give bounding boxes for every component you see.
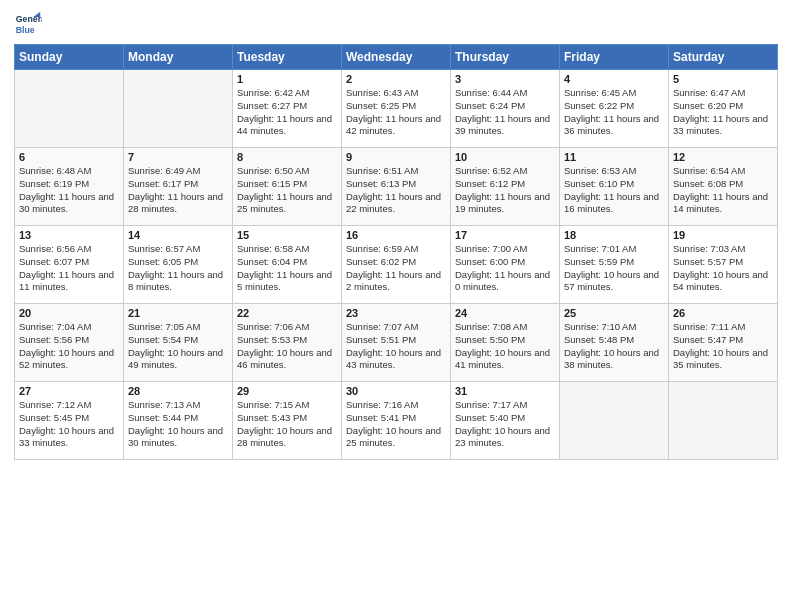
day-number: 10 (455, 151, 555, 163)
cal-cell: 22Sunrise: 7:06 AMSunset: 5:53 PMDayligh… (233, 304, 342, 382)
weekday-header-tuesday: Tuesday (233, 45, 342, 70)
cell-details: Sunrise: 7:17 AMSunset: 5:40 PMDaylight:… (455, 399, 555, 450)
weekday-header-saturday: Saturday (669, 45, 778, 70)
day-number: 18 (564, 229, 664, 241)
cal-cell: 8Sunrise: 6:50 AMSunset: 6:15 PMDaylight… (233, 148, 342, 226)
day-number: 31 (455, 385, 555, 397)
cal-cell: 5Sunrise: 6:47 AMSunset: 6:20 PMDaylight… (669, 70, 778, 148)
day-number: 22 (237, 307, 337, 319)
day-number: 26 (673, 307, 773, 319)
cell-details: Sunrise: 6:58 AMSunset: 6:04 PMDaylight:… (237, 243, 337, 294)
day-number: 15 (237, 229, 337, 241)
cal-cell: 21Sunrise: 7:05 AMSunset: 5:54 PMDayligh… (124, 304, 233, 382)
day-number: 16 (346, 229, 446, 241)
day-number: 28 (128, 385, 228, 397)
cal-cell: 16Sunrise: 6:59 AMSunset: 6:02 PMDayligh… (342, 226, 451, 304)
cal-cell: 20Sunrise: 7:04 AMSunset: 5:56 PMDayligh… (15, 304, 124, 382)
day-number: 30 (346, 385, 446, 397)
cell-details: Sunrise: 7:16 AMSunset: 5:41 PMDaylight:… (346, 399, 446, 450)
cal-cell: 10Sunrise: 6:52 AMSunset: 6:12 PMDayligh… (451, 148, 560, 226)
cal-cell: 7Sunrise: 6:49 AMSunset: 6:17 PMDaylight… (124, 148, 233, 226)
day-number: 12 (673, 151, 773, 163)
day-number: 19 (673, 229, 773, 241)
day-number: 4 (564, 73, 664, 85)
week-row-1: 1Sunrise: 6:42 AMSunset: 6:27 PMDaylight… (15, 70, 778, 148)
logo-icon: General Blue (14, 10, 42, 38)
cal-cell: 23Sunrise: 7:07 AMSunset: 5:51 PMDayligh… (342, 304, 451, 382)
calendar-table: SundayMondayTuesdayWednesdayThursdayFrid… (14, 44, 778, 460)
day-number: 7 (128, 151, 228, 163)
svg-text:Blue: Blue (16, 25, 35, 35)
cell-details: Sunrise: 7:06 AMSunset: 5:53 PMDaylight:… (237, 321, 337, 372)
cell-details: Sunrise: 7:12 AMSunset: 5:45 PMDaylight:… (19, 399, 119, 450)
week-row-5: 27Sunrise: 7:12 AMSunset: 5:45 PMDayligh… (15, 382, 778, 460)
weekday-header-monday: Monday (124, 45, 233, 70)
week-row-2: 6Sunrise: 6:48 AMSunset: 6:19 PMDaylight… (15, 148, 778, 226)
cell-details: Sunrise: 6:44 AMSunset: 6:24 PMDaylight:… (455, 87, 555, 138)
cell-details: Sunrise: 6:42 AMSunset: 6:27 PMDaylight:… (237, 87, 337, 138)
day-number: 9 (346, 151, 446, 163)
cal-cell (560, 382, 669, 460)
cell-details: Sunrise: 7:07 AMSunset: 5:51 PMDaylight:… (346, 321, 446, 372)
cell-details: Sunrise: 7:11 AMSunset: 5:47 PMDaylight:… (673, 321, 773, 372)
cal-cell: 1Sunrise: 6:42 AMSunset: 6:27 PMDaylight… (233, 70, 342, 148)
day-number: 8 (237, 151, 337, 163)
day-number: 1 (237, 73, 337, 85)
cal-cell (669, 382, 778, 460)
cell-details: Sunrise: 6:47 AMSunset: 6:20 PMDaylight:… (673, 87, 773, 138)
day-number: 21 (128, 307, 228, 319)
cal-cell: 6Sunrise: 6:48 AMSunset: 6:19 PMDaylight… (15, 148, 124, 226)
cell-details: Sunrise: 6:53 AMSunset: 6:10 PMDaylight:… (564, 165, 664, 216)
cal-cell: 29Sunrise: 7:15 AMSunset: 5:43 PMDayligh… (233, 382, 342, 460)
cell-details: Sunrise: 7:01 AMSunset: 5:59 PMDaylight:… (564, 243, 664, 294)
cell-details: Sunrise: 6:57 AMSunset: 6:05 PMDaylight:… (128, 243, 228, 294)
weekday-header-friday: Friday (560, 45, 669, 70)
cal-cell: 24Sunrise: 7:08 AMSunset: 5:50 PMDayligh… (451, 304, 560, 382)
cell-details: Sunrise: 6:59 AMSunset: 6:02 PMDaylight:… (346, 243, 446, 294)
cell-details: Sunrise: 7:10 AMSunset: 5:48 PMDaylight:… (564, 321, 664, 372)
day-number: 20 (19, 307, 119, 319)
cal-cell: 27Sunrise: 7:12 AMSunset: 5:45 PMDayligh… (15, 382, 124, 460)
cal-cell: 4Sunrise: 6:45 AMSunset: 6:22 PMDaylight… (560, 70, 669, 148)
cal-cell: 30Sunrise: 7:16 AMSunset: 5:41 PMDayligh… (342, 382, 451, 460)
cal-cell (15, 70, 124, 148)
cal-cell: 12Sunrise: 6:54 AMSunset: 6:08 PMDayligh… (669, 148, 778, 226)
cell-details: Sunrise: 6:56 AMSunset: 6:07 PMDaylight:… (19, 243, 119, 294)
cell-details: Sunrise: 6:51 AMSunset: 6:13 PMDaylight:… (346, 165, 446, 216)
day-number: 13 (19, 229, 119, 241)
cal-cell: 26Sunrise: 7:11 AMSunset: 5:47 PMDayligh… (669, 304, 778, 382)
day-number: 14 (128, 229, 228, 241)
logo: General Blue (14, 10, 46, 38)
page-container: General Blue SundayMondayTuesdayWednesda… (0, 0, 792, 470)
day-number: 17 (455, 229, 555, 241)
cal-cell: 18Sunrise: 7:01 AMSunset: 5:59 PMDayligh… (560, 226, 669, 304)
cal-cell: 17Sunrise: 7:00 AMSunset: 6:00 PMDayligh… (451, 226, 560, 304)
day-number: 3 (455, 73, 555, 85)
cal-cell: 13Sunrise: 6:56 AMSunset: 6:07 PMDayligh… (15, 226, 124, 304)
cell-details: Sunrise: 6:49 AMSunset: 6:17 PMDaylight:… (128, 165, 228, 216)
day-number: 27 (19, 385, 119, 397)
weekday-header-thursday: Thursday (451, 45, 560, 70)
day-number: 5 (673, 73, 773, 85)
cal-cell: 14Sunrise: 6:57 AMSunset: 6:05 PMDayligh… (124, 226, 233, 304)
cal-cell: 9Sunrise: 6:51 AMSunset: 6:13 PMDaylight… (342, 148, 451, 226)
day-number: 2 (346, 73, 446, 85)
cell-details: Sunrise: 7:03 AMSunset: 5:57 PMDaylight:… (673, 243, 773, 294)
cal-cell: 3Sunrise: 6:44 AMSunset: 6:24 PMDaylight… (451, 70, 560, 148)
weekday-header-sunday: Sunday (15, 45, 124, 70)
cal-cell: 28Sunrise: 7:13 AMSunset: 5:44 PMDayligh… (124, 382, 233, 460)
cell-details: Sunrise: 7:13 AMSunset: 5:44 PMDaylight:… (128, 399, 228, 450)
cal-cell (124, 70, 233, 148)
cell-details: Sunrise: 6:50 AMSunset: 6:15 PMDaylight:… (237, 165, 337, 216)
cell-details: Sunrise: 7:04 AMSunset: 5:56 PMDaylight:… (19, 321, 119, 372)
day-number: 6 (19, 151, 119, 163)
cal-cell: 2Sunrise: 6:43 AMSunset: 6:25 PMDaylight… (342, 70, 451, 148)
header-row: General Blue (14, 10, 778, 38)
weekday-header-wednesday: Wednesday (342, 45, 451, 70)
week-row-4: 20Sunrise: 7:04 AMSunset: 5:56 PMDayligh… (15, 304, 778, 382)
day-number: 23 (346, 307, 446, 319)
cell-details: Sunrise: 7:05 AMSunset: 5:54 PMDaylight:… (128, 321, 228, 372)
cal-cell: 19Sunrise: 7:03 AMSunset: 5:57 PMDayligh… (669, 226, 778, 304)
day-number: 11 (564, 151, 664, 163)
cal-cell: 25Sunrise: 7:10 AMSunset: 5:48 PMDayligh… (560, 304, 669, 382)
